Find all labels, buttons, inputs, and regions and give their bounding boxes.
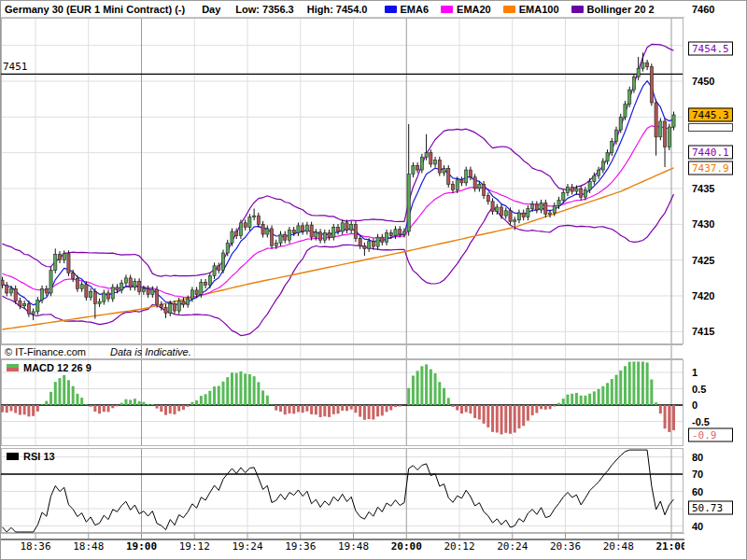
time-axis: 18:3618:4819:0019:1219:2419:3619:4820:00… (1, 540, 747, 555)
trading-chart-window: Germany 30 (EUR 1 Mini Contract) (-) Day… (0, 0, 747, 560)
rsi-panel-header: RSI 13 (7, 451, 55, 462)
rsi-value-box: 50.73 (688, 500, 733, 514)
macd-icon (7, 364, 19, 371)
legend-label: Bollinger 20 2 (587, 4, 655, 15)
legend-label: EMA20 (457, 4, 491, 15)
axis-tick-label: 0.5 (692, 384, 706, 395)
time-tick-label: 19:48 (338, 540, 369, 553)
time-tick-label: 20:24 (497, 540, 528, 553)
indicator-value-box: 7440.1 (688, 145, 733, 159)
time-tick-label: 19:00 (126, 540, 157, 553)
time-tick-label: 20:48 (603, 540, 634, 553)
price-axis-column: 74607450743574307425742074157454.57445.3… (684, 1, 747, 560)
legend-item: EMA100 (503, 4, 559, 15)
legend-swatch-icon (503, 6, 515, 13)
axis-tick-label: 1 (692, 367, 698, 378)
axis-tick-label: 60 (692, 486, 703, 497)
time-tick-label: 20:00 (391, 540, 422, 553)
indicator-legend: EMA6EMA20EMA100Bollinger 20 2 (385, 4, 655, 15)
macd-panel-plot[interactable] (1, 359, 684, 446)
axis-tick-label: 7415 (692, 326, 714, 337)
indicator-value-box: 7437.9 (688, 161, 733, 175)
time-tick-label: 18:36 (20, 540, 50, 553)
chart-header: Germany 30 (EUR 1 Mini Contract) (-) Day… (1, 1, 684, 18)
macd-label: MACD 12 26 9 (23, 362, 92, 373)
macd-panel-header: MACD 12 26 9 (7, 362, 92, 373)
time-tick-label: 19:36 (285, 540, 316, 553)
macd-value-box: -0.9 (688, 427, 733, 441)
time-tick-label: 19:12 (179, 540, 210, 553)
legend-label: EMA100 (519, 4, 559, 15)
price-chart-plot[interactable] (1, 18, 684, 344)
axis-tick-label: -0.5 (692, 416, 710, 427)
axis-tick-label: 70 (692, 469, 703, 480)
watermark: © IT-Finance.com Data is Indicative. (5, 345, 191, 358)
axis-tick-label: 7420 (692, 290, 714, 301)
last-price-marker (688, 123, 733, 132)
axis-tick-label: 40 (692, 521, 703, 532)
legend-item: EMA20 (441, 4, 491, 15)
legend-label: EMA6 (401, 4, 430, 15)
legend-swatch-icon (385, 6, 397, 13)
legend-item: Bollinger 20 2 (571, 4, 655, 15)
legend-swatch-icon (441, 6, 453, 13)
legend-item: EMA6 (385, 4, 430, 15)
axis-tick-label: 80 (692, 452, 703, 463)
axis-tick-label: 7450 (692, 76, 714, 87)
time-tick-label: 20:12 (444, 540, 474, 553)
time-tick-label: 21:00 (655, 540, 686, 553)
last-price-box: 7445.3 (688, 108, 733, 122)
axis-tick-label: 7425 (692, 255, 714, 266)
axis-tick-label: 7460 (692, 4, 714, 15)
time-axis-ticks (1, 533, 684, 540)
rsi-label: RSI 13 (23, 451, 55, 462)
rsi-panel-plot[interactable] (1, 448, 684, 533)
instrument-title: Germany 30 (EUR 1 Mini Contract) (-) (5, 4, 185, 15)
time-tick-label: 19:24 (232, 540, 262, 553)
session-high-label: High: 7454.0 (307, 4, 368, 15)
copyright-text: © IT-Finance.com (5, 346, 86, 357)
session-low-label: Low: 7356.3 (235, 4, 293, 15)
axis-tick-label: 0 (692, 399, 698, 411)
rsi-icon (7, 453, 19, 460)
price-level-label: 7451 (3, 61, 28, 73)
indicator-value-box: 7454.5 (688, 42, 733, 56)
axis-tick-label: 7430 (692, 218, 714, 230)
time-tick-label: 20:36 (550, 540, 581, 553)
legend-swatch-icon (571, 6, 584, 13)
timeframe-label: Day (202, 4, 220, 15)
axis-tick-label: 7435 (692, 183, 714, 194)
time-tick-label: 18:48 (73, 540, 104, 553)
indicative-note: Data is Indicative. (110, 346, 191, 357)
